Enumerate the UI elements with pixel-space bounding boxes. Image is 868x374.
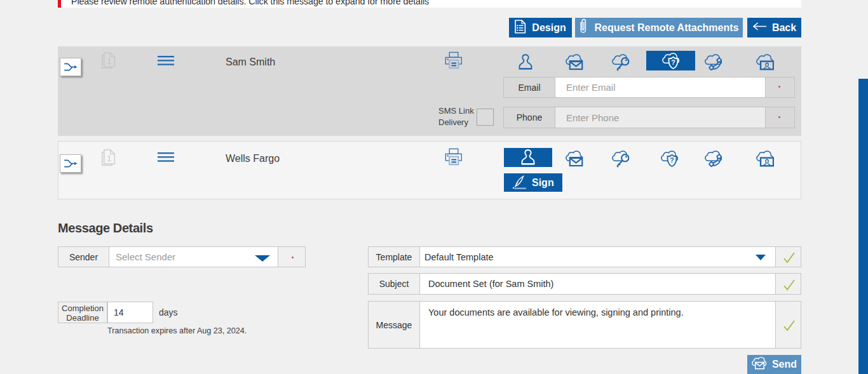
svg-text:?: ? [670, 156, 674, 164]
svg-text:?: ? [671, 58, 675, 66]
svg-text:1: 1 [107, 154, 111, 163]
svg-text:1: 1 [107, 57, 111, 66]
